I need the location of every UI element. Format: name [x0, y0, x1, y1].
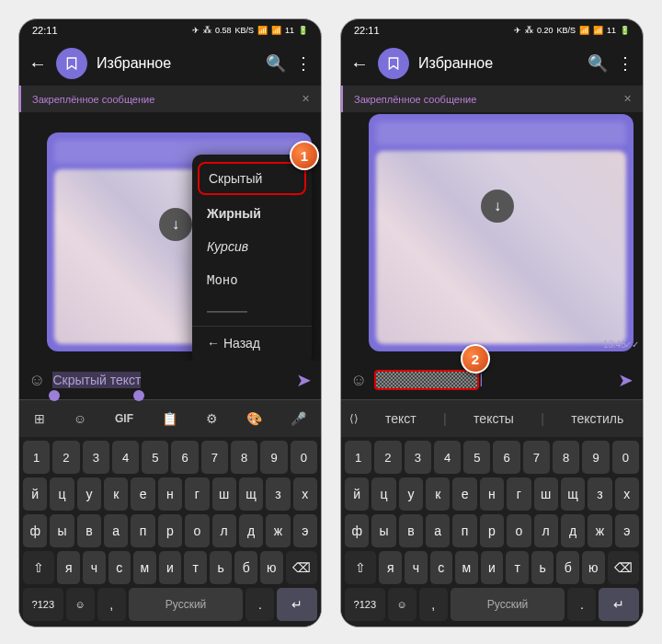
key-ч[interactable]: ч	[405, 551, 428, 584]
comma-key[interactable]: ,	[97, 588, 126, 621]
menu-mono[interactable]: Моно	[192, 263, 312, 296]
key-2[interactable]: 2	[52, 441, 79, 474]
key-ф[interactable]: ф	[345, 514, 369, 547]
avatar[interactable]	[378, 48, 409, 79]
key-е[interactable]: е	[131, 477, 154, 511]
key-ы[interactable]: ы	[50, 514, 74, 547]
message-input[interactable]: |	[374, 370, 611, 390]
menu-strike[interactable]: ————	[192, 296, 312, 326]
key-1[interactable]: 1	[23, 441, 50, 474]
key-ц[interactable]: ц	[50, 477, 74, 511]
key-а[interactable]: а	[426, 514, 450, 547]
menu-hidden[interactable]: Скрытый	[198, 162, 306, 195]
emoji-key[interactable]: ☺	[388, 588, 417, 621]
key-ы[interactable]: ы	[371, 514, 395, 547]
key-я[interactable]: я	[57, 551, 80, 584]
pinned-bar[interactable]: Закреплённое сообщение ✕	[341, 86, 643, 112]
kb-mic-icon[interactable]: 🎤	[291, 411, 306, 426]
key-ц[interactable]: ц	[371, 477, 395, 511]
scroll-down-button[interactable]: ↓	[159, 208, 192, 241]
message-bubble[interactable]	[369, 114, 633, 351]
key-д[interactable]: д	[239, 514, 263, 547]
key-г[interactable]: г	[185, 477, 209, 511]
key-н[interactable]: н	[158, 477, 182, 511]
key-в[interactable]: в	[77, 514, 101, 547]
more-icon[interactable]: ⋮	[617, 53, 633, 74]
key-6[interactable]: 6	[171, 441, 198, 474]
key-л[interactable]: л	[534, 514, 558, 547]
key-з[interactable]: з	[266, 477, 290, 511]
close-icon[interactable]: ✕	[302, 93, 310, 105]
more-icon[interactable]: ⋮	[295, 53, 312, 74]
key-с[interactable]: с	[108, 551, 131, 584]
key-а[interactable]: а	[104, 514, 128, 547]
key-с[interactable]: с	[430, 551, 453, 584]
key-4[interactable]: 4	[112, 441, 139, 474]
emoji-icon[interactable]: ☺	[350, 371, 367, 390]
key-8[interactable]: 8	[553, 441, 579, 474]
kb-expand-icon[interactable]: ⟨⟩	[349, 412, 359, 425]
comma-key[interactable]: ,	[419, 588, 448, 621]
key-6[interactable]: 6	[493, 441, 519, 474]
search-icon[interactable]: 🔍	[266, 53, 286, 74]
avatar[interactable]	[56, 48, 87, 79]
key-ш[interactable]: ш	[212, 477, 236, 511]
key-б[interactable]: б	[234, 551, 257, 584]
key-3[interactable]: 3	[83, 441, 109, 474]
key-ф[interactable]: ф	[23, 514, 47, 547]
shift-key[interactable]: ⇧	[345, 551, 376, 584]
menu-back[interactable]: ← Назад	[192, 326, 312, 360]
period-key[interactable]: .	[567, 588, 596, 621]
key-й[interactable]: й	[23, 477, 47, 511]
send-button[interactable]: ➤	[618, 369, 633, 391]
key-т[interactable]: т	[506, 551, 529, 584]
menu-italic[interactable]: Курсив	[192, 230, 312, 263]
shift-key[interactable]: ⇧	[23, 551, 54, 584]
key-1[interactable]: 1	[345, 441, 371, 474]
key-5[interactable]: 5	[463, 441, 490, 474]
suggestion-3[interactable]: текстиль	[560, 408, 634, 430]
kb-palette-icon[interactable]: 🎨	[246, 411, 262, 426]
key-к[interactable]: к	[426, 477, 450, 511]
key-9[interactable]: 9	[582, 441, 609, 474]
key-р[interactable]: р	[480, 514, 504, 547]
key-9[interactable]: 9	[260, 441, 287, 474]
key-и[interactable]: и	[481, 551, 504, 584]
key-у[interactable]: у	[399, 477, 423, 511]
key-ю[interactable]: ю	[260, 551, 283, 584]
symbols-key[interactable]: ?123	[23, 588, 63, 621]
key-б[interactable]: б	[556, 551, 579, 584]
key-ч[interactable]: ч	[83, 551, 106, 584]
key-ь[interactable]: ь	[531, 551, 554, 584]
key-2[interactable]: 2	[374, 441, 401, 474]
back-icon[interactable]: ←	[29, 53, 47, 75]
search-icon[interactable]: 🔍	[588, 53, 608, 74]
key-ж[interactable]: ж	[266, 514, 290, 547]
enter-key[interactable]: ↵	[599, 588, 639, 621]
key-т[interactable]: т	[184, 551, 207, 584]
key-м[interactable]: м	[455, 551, 478, 584]
space-key[interactable]: Русский	[451, 588, 565, 621]
key-е[interactable]: е	[452, 477, 476, 511]
key-р[interactable]: р	[158, 514, 182, 547]
key-м[interactable]: м	[133, 551, 156, 584]
key-о[interactable]: о	[507, 514, 531, 547]
backspace-key[interactable]: ⌫	[608, 551, 639, 584]
key-5[interactable]: 5	[142, 441, 168, 474]
key-4[interactable]: 4	[434, 441, 461, 474]
key-щ[interactable]: щ	[239, 477, 263, 511]
key-ж[interactable]: ж	[588, 514, 611, 547]
key-з[interactable]: з	[588, 477, 611, 511]
enter-key[interactable]: ↵	[277, 588, 317, 621]
kb-sticker-icon[interactable]: ☺	[74, 411, 86, 426]
scroll-down-button[interactable]: ↓	[481, 190, 514, 223]
pinned-bar[interactable]: Закреплённое сообщение ✕	[19, 86, 321, 112]
key-у[interactable]: у	[77, 477, 101, 511]
key-3[interactable]: 3	[405, 441, 431, 474]
key-щ[interactable]: щ	[561, 477, 585, 511]
key-л[interactable]: л	[212, 514, 236, 547]
suggestion-2[interactable]: тексты	[462, 408, 525, 430]
key-и[interactable]: и	[159, 551, 182, 584]
chat-title[interactable]: Избранное	[97, 55, 257, 72]
kb-gif[interactable]: GIF	[115, 412, 133, 425]
